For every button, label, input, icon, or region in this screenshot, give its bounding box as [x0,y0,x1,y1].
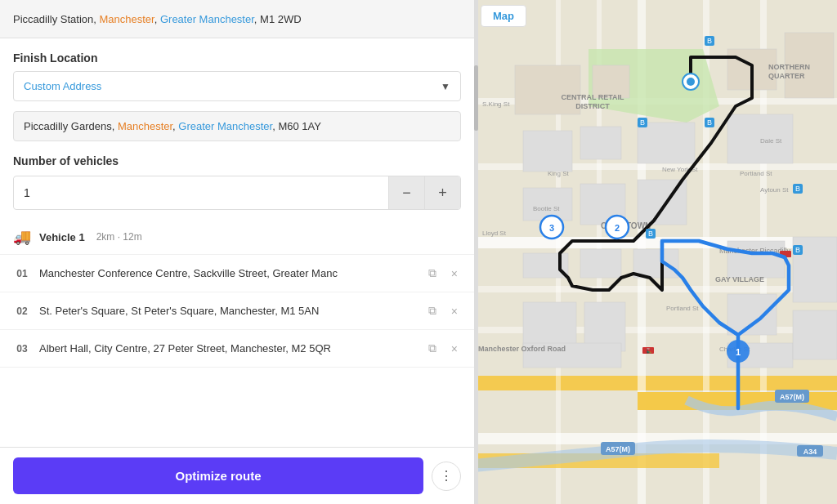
svg-text:B: B [795,246,800,254]
vehicles-section: Number of vehicles 1 − + [0,154,474,220]
vehicle-count: 1 [14,178,388,207]
start-loc-name: Piccadilly Station, [13,13,100,25]
start-loc-region: Greater Manchester [160,13,254,25]
svg-text:GAY VILLAGE: GAY VILLAGE [715,275,764,283]
stop-text-1: Manchester Conference Centre, Sackville … [39,267,417,279]
svg-text:B: B [707,118,712,127]
map-tab-bar: Map [474,0,533,32]
svg-rect-11 [474,286,837,292]
bottom-bar: Optimize route ⋮ [0,447,474,504]
svg-text:B: B [795,185,800,193]
svg-rect-86 [474,65,478,131]
svg-rect-16 [515,65,580,114]
svg-text:A34: A34 [803,448,817,456]
svg-text:B: B [707,37,712,45]
svg-point-68 [687,78,695,86]
vehicle-row: 🚚 Vehicle 1 2km · 12m [0,220,474,255]
start-loc-post: , M1 2WD [254,13,302,25]
start-location-text: Piccadilly Station, Manchester, Greater … [13,13,302,25]
start-loc-sep1: , [154,13,160,25]
svg-text:S.King St: S.King St [482,100,510,108]
svg-text:A57(M): A57(M) [606,445,630,453]
stop-row-1: 01 Manchester Conference Centre, Sackvil… [0,255,474,292]
stop-number-1: 01 [13,268,31,279]
map-panel: Map [474,0,837,504]
finish-addr-post: , M60 1AY [272,120,321,132]
start-loc-city: Manchester [100,13,154,25]
finish-address-text: Piccadilly Gardens, Manchester, Greater … [13,111,461,141]
svg-text:King St: King St [548,170,570,177]
svg-text:Portland St: Portland St [666,305,699,312]
increment-button[interactable]: + [424,176,460,209]
svg-text:NORTHERN: NORTHERN [768,63,810,71]
optimize-button[interactable]: Optimize route [13,457,423,494]
left-panel: Piccadilly Station, Manchester, Greater … [0,0,474,504]
finish-addr-region: Greater Manchester [178,120,272,132]
stop-remove-button-3[interactable]: × [448,341,461,357]
svg-text:🚂: 🚂 [646,348,652,355]
stop-remove-button-1[interactable]: × [448,265,461,282]
svg-text:B: B [648,230,653,238]
svg-text:Portland St: Portland St [740,170,772,177]
stop-number-3: 03 [13,343,31,355]
truck-icon: 🚚 [13,228,31,246]
more-options-button[interactable]: ⋮ [432,462,461,491]
svg-rect-33 [727,294,777,335]
svg-text:QUARTER: QUARTER [768,72,805,80]
vehicle-stepper: 1 − + [13,176,461,210]
svg-text:Manchester Oxford Road: Manchester Oxford Road [478,345,566,353]
svg-text:Bootle St: Bootle St [533,205,560,212]
svg-text:Lloyd St: Lloyd St [482,230,507,237]
chevron-down-icon: ▼ [441,81,450,92]
custom-address-dropdown[interactable]: Custom Address ▼ [13,71,461,101]
more-icon: ⋮ [440,468,453,484]
finish-addr-name: Piccadilly Gardens, [24,120,118,132]
decrement-button[interactable]: − [388,176,424,209]
stop-text-2: St. Peter's Square, St Peter's Square, M… [39,305,417,317]
stop-copy-button-2[interactable]: ⧉ [425,302,440,319]
stop-remove-button-2[interactable]: × [448,303,461,319]
svg-text:3: 3 [549,223,554,233]
stop-copy-button-1[interactable]: ⧉ [425,265,440,282]
svg-rect-20 [523,131,572,172]
vehicle-name: Vehicle 1 [39,231,85,243]
map-view: CENTRAL RETAIL DISTRICT NORTHERN QUARTER… [474,0,837,504]
map-tab-button[interactable]: Map [481,5,526,27]
stop-number-2: 02 [13,306,31,317]
stop-copy-button-3[interactable]: ⧉ [425,340,440,357]
svg-text:CENTRAL RETAIL: CENTRAL RETAIL [561,93,624,101]
svg-rect-29 [633,249,678,278]
svg-rect-2 [474,376,837,390]
stop-row-3: 03 Albert Hall, City Centre, 27 Peter St… [0,330,474,368]
vehicles-label: Number of vehicles [13,154,461,167]
stop-row-2: 02 St. Peter's Square, St Peter's Square… [0,292,474,330]
finish-location-label: Finish Location [0,38,474,71]
vehicle-distance: 2km · 12m [96,231,142,243]
svg-text:2: 2 [615,223,620,233]
finish-addr-city: Manchester [118,120,172,132]
svg-rect-37 [793,310,837,359]
svg-text:B: B [640,118,645,127]
start-location: Piccadilly Station, Manchester, Greater … [0,0,474,38]
svg-rect-22 [638,123,695,163]
dropdown-label-text: Custom Address [24,80,441,92]
svg-text:1: 1 [736,347,741,357]
svg-text:Dale St: Dale St [760,137,782,145]
svg-rect-28 [580,249,621,278]
svg-text:A57(M): A57(M) [780,393,804,401]
svg-text:DISTRICT: DISTRICT [575,102,610,110]
svg-text:Aytoun St: Aytoun St [760,186,789,194]
svg-rect-21 [580,127,621,159]
stop-text-3: Albert Hall, City Centre, 27 Peter Stree… [39,342,417,355]
